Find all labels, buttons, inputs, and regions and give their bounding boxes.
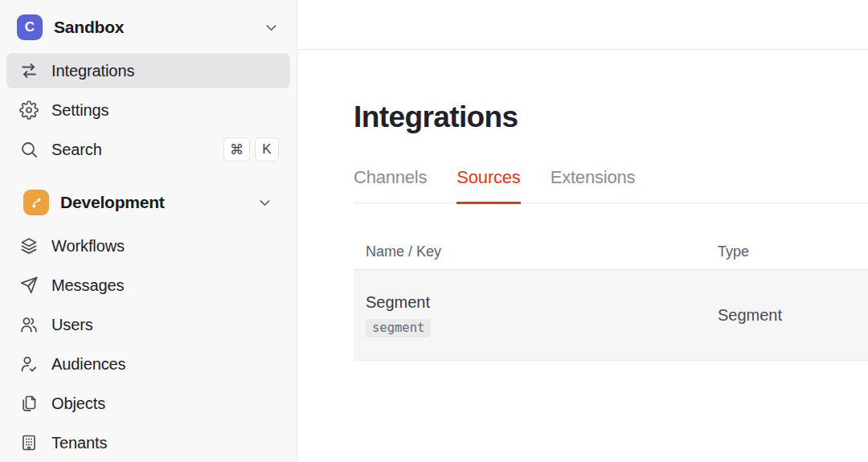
branch-icon: [23, 190, 49, 215]
tab-sources[interactable]: Sources: [457, 167, 520, 204]
workspace-switcher[interactable]: C Sandbox: [6, 11, 290, 43]
top-bar: [297, 0, 868, 50]
swap-arrows-icon: [19, 61, 39, 80]
workspace-logo: C: [17, 14, 43, 40]
tab-channels[interactable]: Channels: [354, 167, 427, 204]
sidebar-item-workflows[interactable]: Workflows: [6, 228, 290, 264]
source-key-badge: segment: [366, 319, 431, 337]
sidebar-item-label: Users: [51, 316, 279, 334]
integrations-page: Integrations Channels Sources Extensions…: [297, 50, 868, 361]
tab-bar: Channels Sources Extensions: [354, 167, 868, 203]
building-icon: [19, 433, 39, 452]
sidebar-item-integrations[interactable]: Integrations: [6, 53, 290, 88]
k-key-badge: K: [255, 137, 279, 161]
page-title: Integrations: [354, 102, 868, 132]
sidebar-section-label: Development: [60, 193, 246, 212]
sources-table: Name / Key Type Segment segment Segment: [354, 243, 868, 361]
sidebar-item-tenants[interactable]: Tenants: [6, 425, 290, 460]
sidebar-item-label: Workflows: [51, 237, 279, 256]
pages-icon: [19, 394, 39, 413]
sidebar: C Sandbox Integrations Settings: [0, 0, 297, 462]
workspace-name: Sandbox: [54, 18, 252, 37]
table-header: Name / Key Type: [354, 243, 868, 270]
sidebar-item-label: Search: [51, 141, 211, 159]
users-icon: [19, 315, 39, 334]
person-check-icon: [19, 354, 39, 374]
sidebar-item-objects[interactable]: Objects: [6, 386, 290, 421]
table-row[interactable]: Segment segment Segment: [354, 270, 868, 361]
chevron-down-icon: [257, 195, 272, 211]
sidebar-section-development[interactable]: Development: [13, 183, 284, 222]
sidebar-item-audiences[interactable]: Audiences: [6, 346, 290, 382]
sidebar-item-search[interactable]: Search ⌘ K: [6, 132, 290, 167]
search-icon: [19, 140, 39, 159]
tab-extensions[interactable]: Extensions: [551, 167, 636, 204]
sidebar-item-settings[interactable]: Settings: [6, 92, 290, 128]
name-key-cell: Segment segment: [366, 293, 718, 337]
sidebar-nav: Integrations Settings Search ⌘ K: [6, 53, 290, 460]
sidebar-item-messages[interactable]: Messages: [6, 268, 290, 303]
keyboard-shortcut: ⌘ K: [223, 137, 279, 161]
sidebar-item-users[interactable]: Users: [6, 307, 290, 342]
gear-icon: [19, 100, 39, 120]
type-cell: Segment: [718, 306, 868, 325]
sidebar-item-label: Audiences: [51, 355, 279, 374]
column-header-type: Type: [718, 243, 868, 260]
sidebar-item-label: Settings: [51, 101, 279, 120]
chevron-down-icon: [264, 20, 279, 35]
cmd-key-badge: ⌘: [223, 137, 250, 161]
column-header-name-key: Name / Key: [366, 243, 718, 260]
layers-icon: [19, 236, 39, 256]
sidebar-item-label: Messages: [51, 276, 279, 295]
source-name: Segment: [366, 293, 718, 312]
paper-plane-icon: [19, 276, 39, 295]
sidebar-item-label: Objects: [51, 395, 279, 413]
sidebar-item-label: Integrations: [51, 62, 279, 80]
sidebar-item-label: Tenants: [51, 434, 279, 452]
main-area: Integrations Channels Sources Extensions…: [297, 0, 868, 462]
